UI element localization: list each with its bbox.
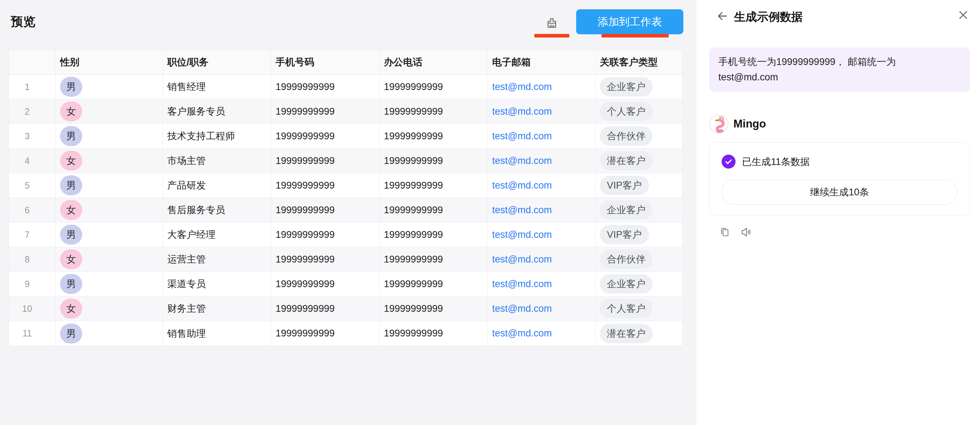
position-cell: 大客户经理: [163, 222, 271, 247]
row-number-cell: 5: [9, 173, 56, 198]
continue-generate-button[interactable]: 继续生成10条: [722, 180, 958, 205]
gender-cell: 男: [56, 321, 163, 346]
office-phone-cell: 19999999999: [380, 173, 488, 198]
generate-sample-data-panel: 生成示例数据 手机号统一为19999999999， 邮箱统一为 test@md.…: [696, 0, 980, 425]
email-link[interactable]: test@md.com: [492, 279, 552, 290]
row-number: 9: [25, 279, 30, 289]
office-phone-cell: 19999999999: [380, 99, 488, 124]
table-row: 6女售后服务专员1999999999919999999999test@md.co…: [9, 198, 682, 222]
email-cell: test@md.com: [488, 272, 595, 296]
gender-pill: 男: [60, 126, 82, 146]
app-root: 预览 添加到工作表 性别职位/职务手机号码办公电话电子邮箱关联客户类型 1男销售…: [0, 0, 980, 425]
customer-type-pill: 合作伙伴: [600, 127, 652, 146]
brush-icon: [545, 16, 559, 31]
row-number: 3: [25, 131, 30, 141]
email-link[interactable]: test@md.com: [492, 106, 552, 117]
row-number: 2: [25, 106, 30, 117]
email-cell: test@md.com: [488, 149, 595, 173]
office-phone-cell: 19999999999: [380, 272, 488, 296]
mobile-cell: 19999999999: [271, 297, 380, 321]
arrow-left-icon: [717, 10, 728, 22]
position-cell: 财务主管: [163, 297, 271, 321]
table-row: 2女客户服务专员1999999999919999999999test@md.co…: [9, 99, 682, 124]
clear-table-button[interactable]: [542, 14, 561, 33]
continue-generate-label: 继续生成10条: [810, 186, 869, 198]
position-cell: 运营主管: [163, 247, 271, 271]
office-phone-cell: 19999999999: [380, 297, 488, 321]
mobile-cell: 19999999999: [271, 124, 380, 148]
customer-type-pill: 潜在客户: [600, 324, 652, 343]
position-cell: 客户服务专员: [163, 99, 271, 124]
gender-cell: 男: [56, 222, 163, 247]
read-aloud-button[interactable]: [740, 226, 753, 239]
position-cell: 市场主管: [163, 149, 271, 173]
customer-type-cell: 企业客户: [595, 75, 682, 99]
row-number: 8: [25, 254, 30, 265]
table-row: 9男渠道专员1999999999919999999999test@md.com企…: [9, 272, 682, 297]
assistant-row: Mingo: [709, 114, 766, 133]
add-to-worksheet-button[interactable]: 添加到工作表: [576, 9, 683, 34]
table-row: 1男销售经理1999999999919999999999test@md.com企…: [9, 75, 682, 99]
email-cell: test@md.com: [488, 321, 595, 346]
email-link[interactable]: test@md.com: [492, 131, 552, 142]
table-row: 10女财务主管1999999999919999999999test@md.com…: [9, 297, 682, 321]
column-header-3: 手机号码: [271, 50, 380, 74]
customer-type-cell: VIP客户: [595, 222, 682, 247]
notice-line2: test@md.com: [718, 72, 778, 82]
table-header-row: 性别职位/职务手机号码办公电话电子邮箱关联客户类型: [9, 50, 682, 75]
email-cell: test@md.com: [488, 173, 595, 198]
row-number-cell: 9: [9, 272, 56, 296]
email-link[interactable]: test@md.com: [492, 205, 552, 216]
gender-cell: 女: [56, 99, 163, 124]
customer-type-cell: 企业客户: [595, 198, 682, 222]
customer-type-cell: 个人客户: [595, 297, 682, 321]
office-phone-cell: 19999999999: [380, 222, 488, 247]
customer-type-pill: VIP客户: [600, 225, 649, 244]
position-cell: 销售助理: [163, 321, 271, 346]
office-phone-cell: 19999999999: [380, 247, 488, 271]
table-row: 7男大客户经理1999999999919999999999test@md.com…: [9, 222, 682, 247]
customer-type-cell: 合作伙伴: [595, 247, 682, 271]
notice-box: 手机号统一为19999999999， 邮箱统一为 test@md.com: [709, 48, 970, 92]
email-link[interactable]: test@md.com: [492, 229, 552, 240]
row-number: 6: [25, 205, 30, 216]
email-cell: test@md.com: [488, 124, 595, 148]
position-cell: 售后服务专员: [163, 198, 271, 222]
copy-button[interactable]: [718, 226, 731, 239]
office-phone-cell: 19999999999: [380, 198, 488, 222]
mobile-cell: 19999999999: [271, 198, 380, 222]
email-link[interactable]: test@md.com: [492, 180, 552, 191]
preview-table: 性别职位/职务手机号码办公电话电子邮箱关联客户类型 1男销售经理19999999…: [9, 50, 682, 346]
close-icon: [958, 10, 969, 21]
email-link[interactable]: test@md.com: [492, 303, 552, 314]
customer-type-cell: 企业客户: [595, 272, 682, 296]
customer-type-cell: VIP客户: [595, 173, 682, 198]
email-link[interactable]: test@md.com: [492, 328, 552, 339]
gender-pill: 女: [60, 151, 82, 171]
notice-line1: 手机号统一为19999999999， 邮箱统一为: [718, 56, 896, 67]
gender-pill: 男: [60, 225, 82, 245]
row-number: 7: [25, 230, 30, 240]
position-cell: 渠道专员: [163, 272, 271, 296]
customer-type-cell: 合作伙伴: [595, 124, 682, 148]
office-phone-cell: 19999999999: [380, 321, 488, 346]
gender-cell: 女: [56, 149, 163, 173]
mobile-cell: 19999999999: [271, 75, 380, 99]
customer-type-pill: 企业客户: [600, 200, 652, 220]
mobile-cell: 19999999999: [271, 247, 380, 271]
email-link[interactable]: test@md.com: [492, 254, 552, 265]
back-button[interactable]: [717, 10, 728, 22]
email-cell: test@md.com: [488, 297, 595, 321]
column-header-1: 性别: [56, 50, 163, 74]
gender-cell: 男: [56, 124, 163, 148]
email-link[interactable]: test@md.com: [492, 81, 552, 92]
email-link[interactable]: test@md.com: [492, 155, 552, 167]
mobile-cell: 19999999999: [271, 149, 380, 173]
customer-type-pill: 潜在客户: [600, 151, 652, 170]
column-header-6: 关联客户类型: [595, 50, 682, 74]
close-button[interactable]: [958, 10, 969, 21]
customer-type-pill: 企业客户: [600, 77, 652, 97]
row-number: 10: [22, 304, 32, 314]
result-text: 已生成11条数据: [742, 155, 810, 168]
row-number-cell: 2: [9, 99, 56, 124]
